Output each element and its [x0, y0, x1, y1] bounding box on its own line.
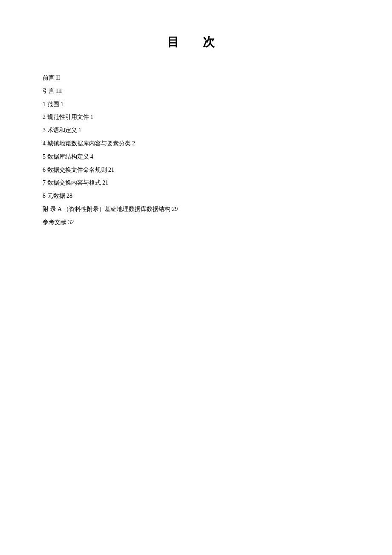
- toc-item: 7 数据交换内容与格式 21: [43, 176, 349, 190]
- toc-item: 4 城镇地籍数据库内容与要素分类 2: [43, 137, 349, 150]
- toc-item: 8 元数据 28: [43, 190, 349, 203]
- toc-item: 附 录 A （资料性附录）基础地理数据库数据结构 29: [43, 203, 349, 216]
- toc-item: 前言 II: [43, 72, 349, 85]
- toc-item: 3 术语和定义 1: [43, 124, 349, 137]
- toc-item: 6 数据交换文件命名规则 21: [43, 164, 349, 177]
- toc-item: 1 范围 1: [43, 98, 349, 111]
- page-container: 目 次 前言 II引言 III1 范围 12 规范性引用文件 13 术语和定义 …: [0, 0, 392, 555]
- toc-item: 引言 III: [43, 85, 349, 98]
- page-title: 目 次: [43, 34, 349, 50]
- toc-list: 前言 II引言 III1 范围 12 规范性引用文件 13 术语和定义 14 城…: [43, 72, 349, 229]
- toc-item: 2 规范性引用文件 1: [43, 111, 349, 124]
- toc-item: 参考文献 32: [43, 216, 349, 229]
- toc-item: 5 数据库结构定义 4: [43, 150, 349, 164]
